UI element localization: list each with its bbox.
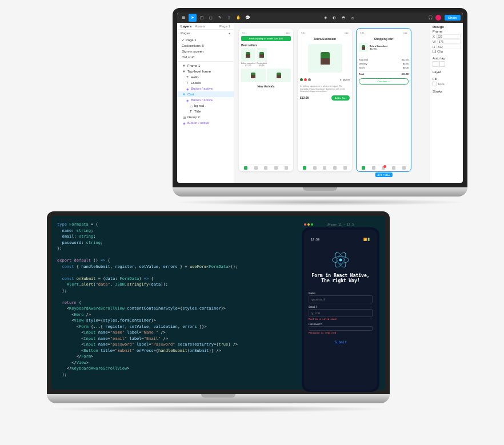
home-icon[interactable] (244, 166, 247, 170)
text-tool-icon[interactable]: T (225, 14, 233, 22)
password-error: Password is required (309, 331, 373, 334)
properties-panel: Design Frame X220 W375 H812 Clip Auto la… (430, 23, 463, 183)
layer-item[interactable]: ◈Button / active (177, 86, 234, 91)
w-input[interactable]: 375 (437, 39, 461, 44)
swatch[interactable] (300, 78, 303, 81)
color-swatches (300, 78, 311, 81)
checkout-button[interactable]: Checkout → (359, 78, 409, 85)
text-icon: T (186, 81, 190, 85)
cart-icon[interactable] (264, 166, 267, 170)
product-card[interactable] (267, 69, 291, 82)
search-icon[interactable] (254, 166, 258, 170)
password-input[interactable] (309, 326, 373, 331)
clip-checkbox[interactable] (433, 50, 436, 53)
react-logo-icon (332, 251, 349, 268)
code-pane[interactable]: type FormData = { name: string; email: s… (57, 222, 296, 384)
layers-panel: Layers Assets Page 1 Pages + Page 1 Expl… (177, 23, 234, 183)
product-card[interactable] (241, 48, 255, 62)
profile-icon[interactable] (343, 166, 347, 170)
cart-icon[interactable] (382, 166, 385, 170)
home-icon[interactable] (303, 166, 306, 170)
layer-item[interactable]: #Top-level frame (177, 69, 234, 74)
boolean-icon[interactable]: ◓ (339, 14, 347, 22)
menu-icon[interactable]: ☰ (179, 14, 187, 22)
artboard-cart[interactable]: 9:41●●● Shopping cart Zebra Succulent $1… (357, 29, 411, 171)
tab-bar (358, 165, 409, 170)
layer-item[interactable]: ▭bg red (177, 103, 234, 109)
code-laptop: type FormData = { name: string; email: s… (47, 211, 390, 412)
section-title: New Arrivals (241, 85, 291, 88)
product-card[interactable] (257, 48, 267, 62)
headphones-icon[interactable]: 🎧 (426, 14, 434, 22)
fav-icon[interactable] (274, 166, 278, 170)
layer-item-selected[interactable]: #Cart (177, 91, 234, 97)
email-error: Must be a valid email (309, 318, 373, 320)
hand-tool-icon[interactable]: ✋ (234, 14, 242, 22)
search-icon[interactable] (372, 166, 375, 170)
product-card[interactable] (241, 69, 266, 82)
tab-bar (299, 165, 350, 170)
layer-item[interactable]: TTitle (177, 109, 234, 114)
frame-icon: # (183, 93, 186, 96)
page-item[interactable]: Old stuff (177, 54, 234, 60)
price: $12.95 (300, 96, 309, 99)
phone-screen: 18:34 📶🔋 Form in React Native, The right… (304, 230, 377, 390)
add-to-cart-button[interactable]: Add to Cart (331, 95, 350, 101)
design-tab[interactable]: Design (433, 25, 461, 29)
text-icon: T (186, 75, 190, 79)
layer-item[interactable]: #Frame 1 (177, 63, 234, 69)
cart-icon[interactable] (323, 166, 326, 170)
layer-item[interactable]: ⊞Group 2 (177, 114, 234, 120)
autolayout-h-icon[interactable] (439, 61, 445, 67)
name-input[interactable]: youssouf (309, 295, 373, 303)
profile-icon[interactable] (285, 166, 288, 170)
fav-icon[interactable] (333, 166, 337, 170)
link-icon[interactable]: ⎋ (349, 14, 357, 22)
user-avatar[interactable] (435, 15, 441, 21)
x-input[interactable]: 220 (436, 34, 461, 39)
laptop-base (47, 394, 390, 403)
figma-app: ☰ ➤ ▢ ◻ ✎ T ✋ 💬 ◈ ◐ ◓ ⎋ 🎧 Share (177, 13, 463, 183)
code-editor: type FormData = { name: string; email: s… (51, 216, 385, 390)
h-input[interactable]: 812 (436, 45, 461, 49)
fav-icon[interactable] (392, 166, 395, 170)
frame-icon: # (183, 64, 186, 67)
canvas[interactable]: Home 9:41●●● Free shipping on orders ove… (234, 23, 430, 183)
mask-icon[interactable]: ◐ (330, 14, 338, 22)
submit-button[interactable]: Submit (309, 340, 373, 344)
comment-tool-icon[interactable]: 💬 (243, 14, 251, 22)
component-icon[interactable]: ◈ (321, 14, 329, 22)
search-icon[interactable] (313, 166, 317, 170)
autolayout-v-icon[interactable] (433, 61, 438, 67)
page-item[interactable]: Explorations B (177, 43, 234, 49)
layer-item[interactable]: TLabels (177, 80, 234, 86)
tab-layers[interactable]: Layers (181, 25, 191, 28)
home-icon[interactable] (362, 166, 365, 170)
artboard-home[interactable]: 9:41●●● Free shipping on orders over $50… (239, 29, 293, 171)
frame-icon: # (183, 70, 186, 73)
tab-page[interactable]: Page 1 (219, 25, 230, 28)
layer-item[interactable]: ◈Button / active (177, 97, 234, 103)
tab-assets[interactable]: Assets (195, 25, 205, 28)
figma-laptop: ☰ ➤ ▢ ◻ ✎ T ✋ 💬 ◈ ◐ ◓ ⎋ 🎧 Share (173, 8, 467, 206)
move-tool-icon[interactable]: ➤ (189, 14, 197, 22)
profile-icon[interactable] (402, 166, 406, 170)
email-input[interactable]: yjcom (309, 309, 373, 317)
section-title: Best sellers (241, 43, 291, 47)
share-button[interactable]: Share (445, 15, 461, 21)
layer-item[interactable]: ◈Button / active (177, 120, 234, 126)
fill-swatch[interactable] (433, 82, 437, 86)
artboard-product[interactable]: 9:41●●● Zebra Succulent 6" planter (298, 29, 352, 171)
swatch[interactable] (308, 78, 311, 81)
component-icon: ◈ (186, 98, 190, 102)
pen-tool-icon[interactable]: ✎ (216, 14, 224, 22)
page-item[interactable]: Page 1 (177, 37, 234, 43)
swatch[interactable] (304, 78, 307, 81)
frame-tool-icon[interactable]: ▢ (198, 14, 206, 22)
add-page-icon[interactable]: + (228, 31, 230, 35)
page-item[interactable]: Sign-in screen (177, 49, 234, 54)
promo-banner: Free shipping on orders over $50 (241, 36, 291, 41)
layer-item[interactable]: THello (177, 74, 234, 80)
shape-tool-icon[interactable]: ◻ (207, 14, 215, 22)
rect-icon: ▭ (190, 104, 193, 107)
